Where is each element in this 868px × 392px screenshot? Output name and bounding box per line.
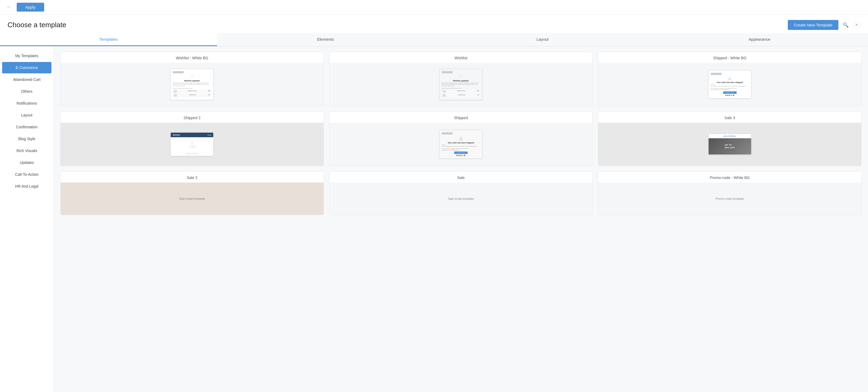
sidebar-item-rich-visuals[interactable]: Rich Visuals [2, 145, 52, 157]
create-template-button[interactable]: Create New Template [788, 20, 838, 30]
template-preview: ♡ Wishlist updated! good news! Items pre… [61, 63, 323, 106]
template-preview: ◈ PLATFORM.ly UP TO40% OFF [598, 123, 861, 166]
templates-grid: Wishlist - White BG ♡ Wishlist updated! … [60, 52, 862, 215]
tab-templates[interactable]: Templates [0, 33, 217, 46]
template-title: Shipped 2 [61, 112, 323, 123]
template-preview: ♡ Wishlist updated! good news! Items pre… [330, 63, 593, 106]
sidebar-item-others[interactable]: Others [2, 86, 52, 97]
template-card-sale3[interactable]: Sale 3 ◈ PLATFORM.ly UP TO40% OFF [598, 112, 862, 166]
template-title: Sale [330, 172, 593, 183]
template-preview: △ Your order has been shipped! Hi there,… [330, 123, 593, 166]
template-title: Sale 3 [598, 112, 861, 123]
apply-button[interactable]: Apply [17, 3, 44, 11]
template-card-shipped2[interactable]: Shipped 2 Beretun Shop [60, 112, 324, 166]
sidebar-item-call-to-action[interactable]: Call-To-Action [2, 169, 52, 180]
sidebar-item-notifications[interactable]: Notifications [2, 97, 52, 109]
template-title: Promo-code - White BG [598, 172, 861, 183]
tabs-bar: Templates Elements Layout Appearance [0, 33, 868, 46]
sidebar-item-updates[interactable]: Updates [2, 157, 52, 168]
sidebar-item-hr-and-legal[interactable]: HR And Legal [2, 180, 52, 192]
sidebar-item-blog-style[interactable]: Blog Style [2, 133, 52, 144]
close-button[interactable]: × [853, 21, 861, 29]
sidebar: My Templates E-Commerce Abandoned Cart O… [0, 46, 54, 392]
template-preview: Promo-code template [598, 183, 861, 215]
template-preview: △ Your order has been shipped! Hi Emily,… [598, 63, 861, 106]
template-title: Shipped - White BG [598, 52, 861, 63]
template-preview: Beretun Shop Shipping email template [61, 123, 323, 166]
sidebar-item-abandoned-cart[interactable]: Abandoned Cart [2, 74, 52, 85]
template-title: Wishlist [330, 52, 593, 63]
header-row: Choose a template Create New Template 🔍 … [0, 15, 868, 33]
template-card-promo-white[interactable]: Promo-code - White BG Promo-code templat… [598, 171, 862, 215]
template-card-sale[interactable]: Sale Sale email template [329, 171, 593, 215]
template-card-shipped[interactable]: Shipped △ Your order has been shipped! H… [329, 112, 593, 166]
back-button[interactable]: ← [4, 3, 13, 11]
template-preview: Sale email template [61, 183, 323, 215]
template-title: Wishlist - White BG [61, 52, 323, 63]
template-card-wishlist[interactable]: Wishlist ♡ Wishlist updated! good news! … [329, 52, 593, 106]
sidebar-item-e-commerce[interactable]: E-Commerce [2, 62, 52, 73]
search-icon-button[interactable]: 🔍 [842, 21, 850, 29]
sidebar-item-my-templates[interactable]: My Templates [2, 50, 52, 61]
main-layout: My Templates E-Commerce Abandoned Cart O… [0, 46, 868, 392]
tab-elements[interactable]: Elements [217, 33, 434, 46]
header-actions: Create New Template 🔍 × [788, 20, 861, 30]
template-card-wishlist-white[interactable]: Wishlist - White BG ♡ Wishlist updated! … [60, 52, 324, 106]
tab-appearance[interactable]: Appearance [651, 33, 868, 46]
template-title: Shipped [330, 112, 593, 123]
page-title: Choose a template [7, 21, 66, 29]
content-area: Wishlist - White BG ♡ Wishlist updated! … [54, 46, 868, 392]
tab-layout[interactable]: Layout [434, 33, 651, 46]
top-bar: ← Apply [0, 0, 868, 15]
sidebar-item-layout[interactable]: Layout [2, 109, 52, 121]
template-preview: Sale email template [330, 183, 593, 215]
template-title: Sale 2 [61, 172, 323, 183]
template-card-shipped-white[interactable]: Shipped - White BG △ Your order has been… [598, 52, 862, 106]
template-card-sale2[interactable]: Sale 2 Sale email template [60, 171, 324, 215]
sidebar-item-confirmation[interactable]: Confirmation [2, 121, 52, 133]
